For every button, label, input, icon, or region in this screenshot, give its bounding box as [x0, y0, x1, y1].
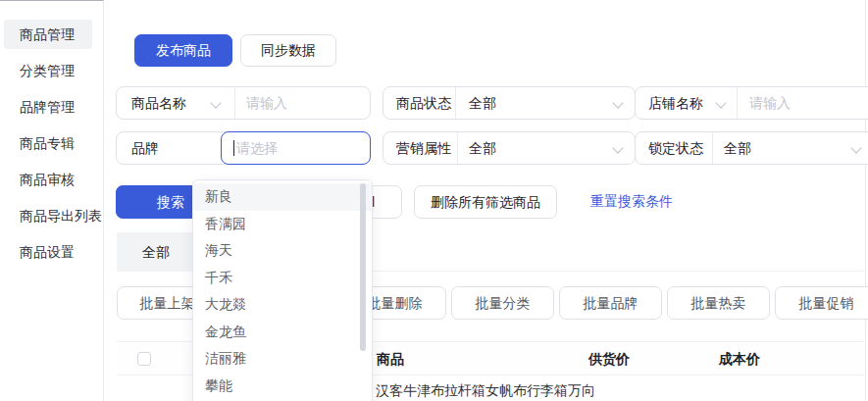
- marketing-filter-group: 营销属性 全部: [383, 131, 636, 165]
- reset-search-link[interactable]: 重置搜索条件: [590, 193, 673, 211]
- group-divider: [455, 87, 456, 119]
- chevron-down-icon[interactable]: [210, 97, 221, 108]
- dropdown-option[interactable]: 金龙鱼: [193, 319, 372, 346]
- batch-promotion-button[interactable]: 批量促销: [775, 286, 868, 320]
- marketing-select[interactable]: 全部: [469, 140, 496, 158]
- chevron-down-icon[interactable]: [715, 97, 726, 108]
- brand-select-input[interactable]: 请选择: [221, 131, 371, 165]
- dropdown-option[interactable]: 海天: [193, 237, 372, 265]
- brand-filter-label: 品牌: [131, 140, 159, 158]
- product-status-filter-group: 商品状态 全部: [383, 86, 636, 120]
- sync-data-button[interactable]: 同步数据: [240, 34, 336, 67]
- chevron-down-icon[interactable]: [850, 142, 861, 153]
- chevron-down-icon[interactable]: [612, 97, 623, 108]
- dropdown-option[interactable]: 洁丽雅: [193, 345, 372, 373]
- column-header-cost-price: 成本价: [719, 351, 760, 369]
- shop-name-filter-group: 店铺名称 请输入: [635, 86, 868, 120]
- product-name-filter-group: 商品名称 请输入: [116, 86, 371, 120]
- sidebar-item-product-management[interactable]: 商品管理: [4, 20, 92, 49]
- sidebar-item-brand-management[interactable]: 品牌管理: [4, 92, 92, 122]
- group-divider: [457, 132, 458, 164]
- chevron-down-icon[interactable]: [612, 142, 623, 153]
- shop-name-input[interactable]: 请输入: [749, 95, 791, 113]
- group-divider: [234, 87, 235, 119]
- lock-status-filter-group: 锁定状态 全部: [635, 131, 868, 165]
- product-name-filter-label[interactable]: 商品名称: [131, 95, 186, 113]
- dropdown-option[interactable]: 香满园: [193, 211, 372, 238]
- dropdown-option[interactable]: 攀能: [193, 373, 372, 400]
- batch-brand-button[interactable]: 批量品牌: [559, 286, 662, 320]
- dropdown-option[interactable]: 大龙燚: [193, 291, 372, 319]
- dropdown-option[interactable]: 新良: [193, 183, 372, 211]
- dropdown-scrollbar[interactable]: [360, 183, 366, 351]
- sidebar: 商品管理 分类管理 品牌管理 商品专辑 商品审核 商品导出列表 商品设置: [0, 0, 104, 401]
- content-right-border: [865, 0, 866, 401]
- column-header-supply-price: 供货价: [588, 351, 630, 369]
- lock-status-filter-label: 锁定状态: [648, 140, 703, 158]
- publish-product-button[interactable]: 发布商品: [134, 34, 232, 67]
- sidebar-item-product-settings[interactable]: 商品设置: [4, 237, 92, 267]
- group-divider: [712, 132, 713, 164]
- lock-status-select[interactable]: 全部: [724, 140, 751, 158]
- batch-category-button[interactable]: 批量分类: [451, 286, 554, 320]
- column-header-product: 商品: [377, 351, 404, 369]
- shop-name-filter-label[interactable]: 店铺名称: [648, 95, 703, 113]
- brand-filter-group: 品牌 请选择: [116, 131, 371, 165]
- brand-dropdown-panel: 新良 香满园 海天 千禾 大龙燚 金龙鱼 洁丽雅 攀能: [192, 179, 373, 401]
- product-name-input[interactable]: 请输入: [246, 95, 287, 113]
- batch-hot-sale-button[interactable]: 批量热卖: [667, 286, 770, 320]
- sidebar-item-product-review[interactable]: 商品审核: [4, 165, 92, 194]
- product-status-select[interactable]: 全部: [469, 95, 496, 113]
- product-management-page: 商品管理 分类管理 品牌管理 商品专辑 商品审核 商品导出列表 商品设置 发布商…: [0, 0, 868, 401]
- product-name-cell[interactable]: 汉客牛津布拉杆箱女帆布行李箱万向: [376, 382, 595, 400]
- delete-filtered-products-button[interactable]: 删除所有筛选商品: [414, 185, 557, 219]
- sidebar-item-product-album[interactable]: 商品专辑: [4, 128, 92, 158]
- group-divider: [737, 87, 738, 119]
- sidebar-item-category-management[interactable]: 分类管理: [4, 56, 92, 85]
- select-all-checkbox[interactable]: [137, 352, 151, 366]
- product-status-filter-label: 商品状态: [396, 95, 451, 113]
- tab-all[interactable]: 全部: [117, 232, 195, 272]
- text-cursor: [233, 140, 234, 156]
- dropdown-option[interactable]: 千禾: [193, 265, 372, 292]
- brand-select-placeholder: 请选择: [236, 140, 278, 158]
- sidebar-item-product-export-list[interactable]: 商品导出列表: [4, 201, 92, 230]
- marketing-filter-label: 营销属性: [396, 140, 451, 158]
